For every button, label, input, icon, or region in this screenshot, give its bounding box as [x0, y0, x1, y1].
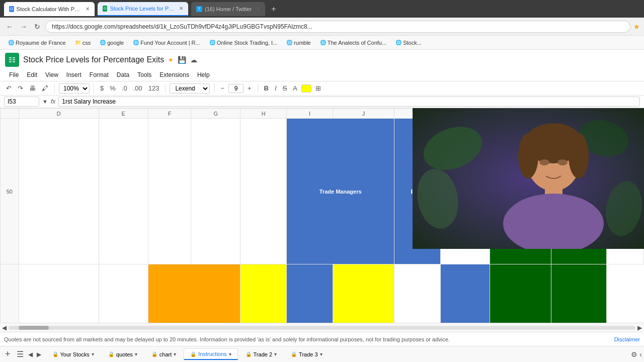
cell-i50[interactable]: Trade Managers	[287, 119, 394, 264]
address-input[interactable]	[45, 21, 630, 33]
menu-format[interactable]: Format	[86, 70, 113, 80]
cell-h51[interactable]: $ span at	[240, 264, 287, 323]
cell-j51[interactable]: $2,500	[333, 264, 394, 323]
cell-h50[interactable]	[240, 119, 287, 264]
bookmark-royaume[interactable]: 🌐 Royaume de France	[4, 39, 70, 47]
font-size-decrease-button[interactable]: −	[218, 83, 226, 94]
chevron-down-icon-5[interactable]: ▾	[274, 351, 277, 357]
col-f-header[interactable]: F	[148, 109, 191, 119]
cell-d51[interactable]	[19, 264, 99, 323]
sheet-nav-left[interactable]: ◀	[27, 350, 34, 359]
strikethrough-button[interactable]: S	[281, 83, 289, 94]
fill-color-button[interactable]	[301, 84, 311, 93]
horizontal-scrollbar[interactable]	[9, 326, 635, 330]
cell-reference-input[interactable]	[4, 97, 39, 107]
col-g-header[interactable]: G	[191, 109, 240, 119]
tab-1[interactable]: G Stock Calculator With Percenta... ✕	[4, 2, 95, 16]
redo-button[interactable]: ↷	[16, 83, 25, 94]
bookmark-google[interactable]: 🌐 google	[96, 39, 128, 47]
sheet-nav-right[interactable]: ▶	[35, 350, 43, 359]
bookmark-rumble[interactable]: 🌐 rumble	[282, 39, 315, 47]
refresh-button[interactable]: ↻	[32, 22, 42, 32]
scroll-left-button[interactable]: ◀	[2, 324, 7, 331]
collapse-icon[interactable]: ‹	[639, 350, 642, 358]
borders-button[interactable]: ⊞	[313, 83, 323, 94]
tab-trade2[interactable]: 🔒 Trade 2 ▾	[239, 349, 284, 360]
cloud-icon[interactable]: ☁	[190, 56, 197, 64]
menu-tools[interactable]: Tools	[133, 70, 155, 80]
cell-f50[interactable]	[148, 119, 191, 264]
cell-m51[interactable]: $600,000	[490, 264, 551, 323]
menu-extensions[interactable]: Extensions	[155, 70, 193, 80]
more-formats-button[interactable]: 123	[146, 83, 162, 94]
cell-l51[interactable]: Max Salary	[441, 264, 490, 323]
chevron-down-icon-1[interactable]: ▾	[92, 351, 94, 357]
bookmark-analects[interactable]: 🌐 The Analects of Confu...	[316, 39, 390, 47]
currency-button[interactable]: $	[98, 83, 106, 94]
bookmark-online[interactable]: 🌐 Online Stock Trading, I...	[205, 39, 281, 47]
cell-e50[interactable]	[99, 119, 148, 264]
new-tab-button[interactable]: +	[268, 5, 279, 14]
bold-button[interactable]: B	[262, 83, 271, 94]
formula-input[interactable]	[58, 97, 640, 107]
cell-e51[interactable]	[99, 264, 148, 323]
bookmark-css[interactable]: 📁 css	[71, 39, 95, 47]
tab-2[interactable]: G Stock Price Levels for Percenta... ✕	[98, 2, 188, 16]
col-d-header[interactable]: D	[19, 109, 99, 119]
chevron-down-icon-3[interactable]: ▾	[174, 351, 176, 357]
col-i-header[interactable]: I	[287, 109, 333, 119]
back-button[interactable]: ←	[4, 22, 15, 32]
font-selector[interactable]: Lexend	[170, 83, 210, 94]
favorite-icon[interactable]: ★	[168, 56, 174, 63]
col-e-header[interactable]: E	[99, 109, 148, 119]
scrollbar-thumb[interactable]	[19, 326, 49, 330]
scroll-right-button[interactable]: ▶	[637, 324, 642, 331]
decimal-decrease-button[interactable]: .0	[120, 83, 129, 94]
tab-your-stocks[interactable]: 🔒 Your Stocks ▾	[46, 349, 101, 360]
chevron-down-icon-6[interactable]: ▾	[320, 351, 323, 357]
font-size-input[interactable]: 9	[228, 84, 244, 93]
italic-button[interactable]: I	[273, 83, 279, 94]
sheets-settings-icon[interactable]: ⚙	[631, 350, 637, 358]
undo-button[interactable]: ↶	[4, 83, 14, 94]
move-icon[interactable]: 💾	[178, 56, 186, 64]
cell-i51[interactable]: Max Salary:	[287, 264, 333, 323]
cell-k51[interactable]	[394, 264, 441, 323]
tab-3[interactable]: T (16) Home / Twitter ✕	[191, 2, 265, 16]
print-button[interactable]: 🖶	[27, 83, 38, 94]
add-sheet-button[interactable]: +	[2, 349, 14, 359]
disclaimer-link[interactable]: Disclaimer	[614, 336, 640, 342]
text-color-button[interactable]: A	[291, 83, 299, 94]
cell-g50[interactable]	[191, 119, 240, 264]
chevron-down-icon-2[interactable]: ▾	[135, 351, 137, 357]
tab-trade3[interactable]: 🔒 Trade 3 ▾	[284, 349, 329, 360]
col-j-header[interactable]: J	[333, 109, 394, 119]
bookmark-stock[interactable]: 🌐 Stock...	[391, 39, 426, 47]
menu-view[interactable]: View	[41, 70, 62, 80]
bookmark-fund[interactable]: 🌐 Fund Your Account | R...	[129, 39, 204, 47]
tab1-close[interactable]: ✕	[86, 6, 90, 12]
tab-instructions[interactable]: 🔒 Instructions ▾	[184, 348, 237, 360]
menu-help[interactable]: Help	[193, 70, 214, 80]
cell-d50[interactable]	[19, 119, 99, 264]
decimal-increase-button[interactable]: .00	[131, 83, 144, 94]
cell-n51[interactable]: $799,647	[551, 264, 607, 323]
forward-button[interactable]: →	[18, 22, 29, 32]
paint-format-button[interactable]: 🖍	[40, 83, 50, 94]
percent-button[interactable]: %	[108, 83, 118, 94]
menu-data[interactable]: Data	[113, 70, 133, 80]
tab-chart[interactable]: 🔒 chart ▾	[145, 349, 183, 360]
sheet-menu-button[interactable]: ☰	[15, 349, 26, 359]
menu-insert[interactable]: Insert	[62, 70, 86, 80]
tab3-close[interactable]: ✕	[256, 6, 260, 12]
chevron-down-icon-4[interactable]: ▾	[229, 351, 231, 357]
zoom-selector[interactable]: 100%	[59, 83, 90, 94]
tab2-close[interactable]: ✕	[179, 6, 183, 11]
col-h-header[interactable]: H	[240, 109, 287, 119]
tab-quotes[interactable]: 🔒 quotes ▾	[102, 349, 144, 360]
font-size-increase-button[interactable]: +	[246, 83, 254, 94]
cell-f51[interactable]: Profit Increase	[148, 264, 240, 323]
menu-edit[interactable]: Edit	[23, 70, 41, 80]
menu-file[interactable]: File	[5, 70, 23, 80]
bookmark-star-icon[interactable]: ★	[633, 23, 640, 31]
